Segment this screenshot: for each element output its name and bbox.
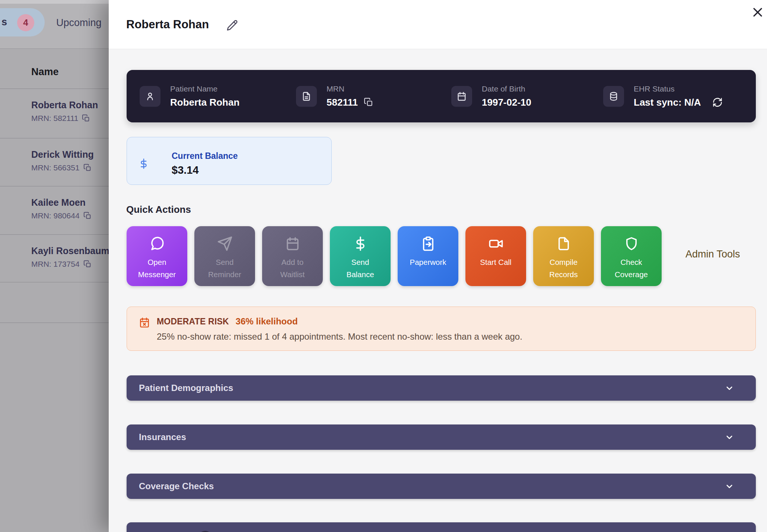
check-coverage-button[interactable]: Check Coverage [601, 226, 662, 286]
calendar-x-icon [139, 317, 150, 329]
section-coverage-checks[interactable]: Coverage Checks [127, 474, 756, 499]
info-value: Roberta Rohan [170, 97, 239, 108]
info-group-patient-name: Patient Name Roberta Rohan [140, 70, 239, 122]
copy-icon[interactable] [364, 97, 373, 107]
shield-icon [624, 236, 639, 251]
tab-active-label: s [1, 16, 7, 28]
patient-info-bar: Patient Name Roberta Rohan MRN 582111 [127, 70, 756, 122]
button-label: Open [147, 256, 166, 268]
file-text-icon [296, 86, 317, 107]
info-group-mrn: MRN 582111 [296, 70, 373, 122]
page-title: Roberta Rohan [126, 18, 209, 31]
file-icon [556, 236, 572, 251]
button-label: Messenger [138, 268, 176, 281]
current-balance-card: Current Balance $3.14 [127, 137, 332, 185]
info-label: MRN [327, 84, 373, 93]
edit-pencil-icon[interactable] [225, 19, 239, 32]
patient-mrn: MRN: 173754 [31, 260, 92, 269]
start-call-button[interactable]: Start Call [465, 226, 526, 286]
info-value: 582111 [327, 97, 373, 108]
button-label: Reminder [208, 268, 241, 281]
balance-label: Current Balance [172, 151, 238, 161]
send-reminder-button[interactable]: Send Reminder [194, 226, 255, 286]
quick-actions-row: Open Messenger Send Reminder Add to Wait… [127, 226, 662, 286]
column-header-name: Name [31, 66, 59, 78]
patient-name: Roberta Rohan [31, 100, 98, 110]
info-label: Date of Birth [482, 84, 531, 93]
button-label: Paperwork [410, 256, 446, 268]
copy-icon[interactable] [82, 114, 90, 122]
refresh-icon[interactable] [712, 97, 723, 108]
patient-mrn: MRN: 582111 [31, 114, 90, 123]
user-icon [140, 86, 160, 107]
patient-name: Derick Witting [31, 149, 94, 160]
copy-icon[interactable] [83, 164, 92, 172]
button-label: Send [351, 256, 369, 268]
drawer-header: Roberta Rohan [109, 0, 767, 49]
info-value: 1997-02-10 [482, 97, 531, 108]
tab-count-badge: 4 [17, 14, 34, 31]
database-icon [603, 86, 624, 107]
button-label: Waitlist [280, 268, 305, 281]
button-label: Balance [346, 268, 374, 281]
send-balance-button[interactable]: Send Balance [330, 226, 391, 286]
admin-tools-link[interactable]: Admin Tools [685, 249, 740, 260]
chevron-down-icon [724, 382, 735, 394]
no-show-risk-banner: MODERATE RISK 36% likelihood 25% no-show… [127, 307, 756, 351]
patient-mrn: MRN: 566351 [31, 163, 92, 172]
risk-level-label: MODERATE RISK [157, 317, 229, 327]
button-label: Check [620, 256, 642, 268]
section-label: Patient Demographics [139, 383, 233, 393]
screen: s 4 Upcoming Name Roberta Rohan MRN: 582… [0, 0, 767, 532]
tab-upcoming[interactable]: Upcoming [56, 17, 102, 29]
info-group-dob: Date of Birth 1997-02-10 [451, 70, 531, 122]
tab-active-pill[interactable]: s 4 [0, 8, 45, 36]
open-messenger-button[interactable]: Open Messenger [127, 226, 187, 286]
section-label: Insurances [139, 432, 186, 442]
copy-icon[interactable] [83, 260, 92, 268]
copy-icon[interactable] [83, 212, 92, 220]
calendar-icon [285, 236, 300, 251]
button-label: Send [216, 256, 234, 268]
clipboard-arrow-icon [420, 236, 436, 251]
chat-bubble-icon [149, 236, 165, 251]
button-label: Coverage [615, 268, 648, 281]
info-label: Patient Name [170, 84, 239, 93]
button-label: Records [549, 268, 577, 281]
add-to-waitlist-button[interactable]: Add to Waitlist [262, 226, 323, 286]
info-label: EHR Status [634, 84, 723, 93]
calendar-icon [451, 86, 472, 107]
paperwork-button[interactable]: Paperwork [398, 226, 458, 286]
info-group-ehr: EHR Status Last sync: N/A [603, 70, 723, 122]
compile-records-button[interactable]: Compile Records [533, 226, 594, 286]
button-label: Add to [281, 256, 303, 268]
section-label: Coverage Checks [139, 481, 214, 491]
button-label: Compile [550, 256, 577, 268]
chevron-down-icon [724, 432, 735, 443]
patient-mrn: MRN: 980644 [31, 211, 92, 220]
patient-name: Kailee Moen [31, 197, 86, 208]
patient-detail-drawer: Roberta Rohan Patient Name Roberta Rohan [109, 0, 767, 532]
chevron-down-icon [724, 481, 735, 492]
risk-likelihood: 36% likelihood [236, 316, 298, 327]
patient-name: Kayli Rosenbaum [31, 246, 109, 256]
risk-detail: 25% no-show rate: missed 1 of 4 appointm… [157, 331, 522, 342]
video-camera-icon [488, 236, 504, 251]
button-label: Start Call [480, 256, 511, 268]
info-value: Last sync: N/A [634, 97, 723, 108]
section-insurances[interactable]: Insurances [127, 424, 756, 450]
quick-actions-title: Quick Actions [126, 204, 191, 215]
send-icon [217, 236, 233, 251]
section-encounters[interactable]: Encounters [127, 522, 756, 532]
balance-value: $3.14 [172, 164, 199, 176]
dollar-icon [138, 158, 149, 169]
close-icon[interactable] [750, 4, 766, 20]
section-patient-demographics[interactable]: Patient Demographics [127, 375, 756, 401]
dollar-icon [353, 236, 368, 251]
